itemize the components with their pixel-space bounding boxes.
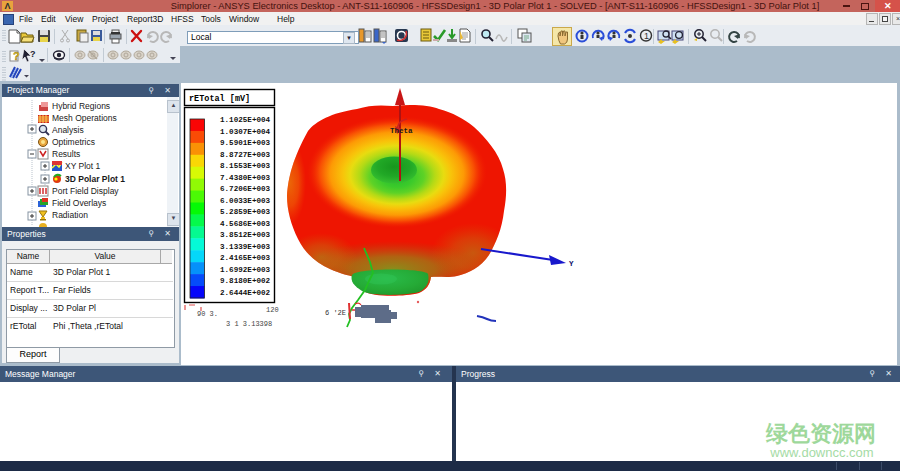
svg-text:Theta: Theta <box>390 127 413 135</box>
svg-text:6.0033E+003: 6.0033E+003 <box>220 197 271 205</box>
svg-text:8.8727E+003: 8.8727E+003 <box>220 151 271 159</box>
svg-text:Y: Y <box>569 260 574 268</box>
svg-text:?: ? <box>30 49 36 59</box>
svg-text:rETotal [mV]: rETotal [mV] <box>189 94 250 104</box>
svg-text:3.8512E+003: 3.8512E+003 <box>220 231 271 239</box>
svg-text:6.7206E+003: 6.7206E+003 <box>220 185 271 193</box>
svg-text:120: 120 <box>266 306 279 314</box>
svg-text:2.6444E+002: 2.6444E+002 <box>220 289 271 297</box>
svg-text:?: ? <box>13 50 20 62</box>
svg-text:7.4380E+003: 7.4380E+003 <box>220 174 271 182</box>
svg-text:3 1 3.13398: 3 1 3.13398 <box>226 320 272 328</box>
svg-text:4.5686E+003: 4.5686E+003 <box>220 220 271 228</box>
svg-text:5.2859E+003: 5.2859E+003 <box>220 208 271 216</box>
svg-text:9.5901E+003: 9.5901E+003 <box>220 139 271 147</box>
svg-text:9.8180E+002: 9.8180E+002 <box>220 277 271 285</box>
svg-text:1.6992E+003: 1.6992E+003 <box>220 266 271 274</box>
svg-text:1: 1 <box>644 31 649 41</box>
svg-text:1.1025E+004: 1.1025E+004 <box>220 116 271 124</box>
svg-text:2.4165E+003: 2.4165E+003 <box>220 254 271 262</box>
svg-text:1.0307E+004: 1.0307E+004 <box>220 128 271 136</box>
svg-text:90 3.: 90 3. <box>197 310 218 318</box>
svg-text:3.1339E+003: 3.1339E+003 <box>220 243 271 251</box>
svg-text:6 '2E: 6 '2E <box>325 309 346 317</box>
svg-text:8.1553E+003: 8.1553E+003 <box>220 162 271 170</box>
